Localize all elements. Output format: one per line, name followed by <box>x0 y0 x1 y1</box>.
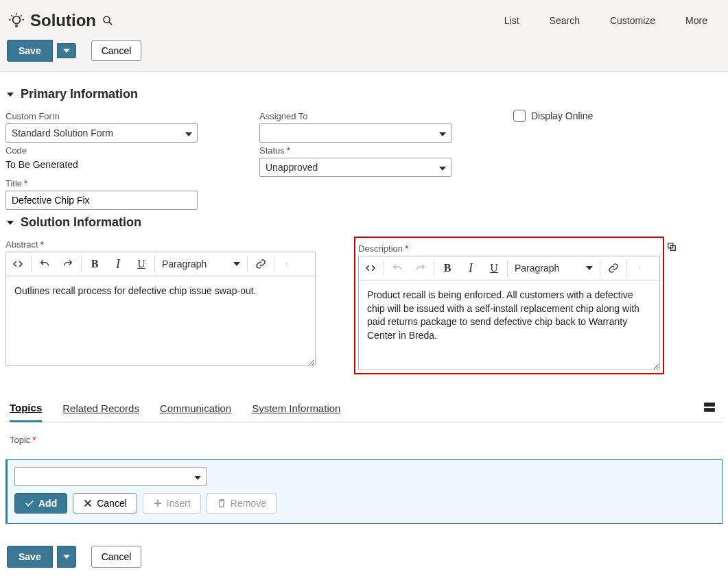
nav-customize[interactable]: Customize <box>610 15 655 26</box>
section-solution-info-header[interactable]: Solution Information <box>5 215 723 230</box>
bold-icon[interactable]: B <box>83 252 106 276</box>
underline-icon[interactable]: U <box>482 256 506 280</box>
tab-communication[interactable]: Communication <box>160 396 231 421</box>
title-input[interactable] <box>5 191 198 210</box>
nav-list[interactable]: List <box>504 15 519 26</box>
svg-point-6 <box>639 267 639 268</box>
remove-button: Remove <box>207 493 277 514</box>
top-nav: List Search Customize More <box>504 15 721 26</box>
svg-point-2 <box>286 263 287 263</box>
redo-icon <box>409 256 432 280</box>
code-value: To Be Generated <box>5 158 246 176</box>
undo-icon[interactable] <box>33 252 56 276</box>
link-icon[interactable] <box>249 252 272 276</box>
header-bar: Solution List Search Customize More Save… <box>0 0 728 72</box>
more-icon[interactable] <box>276 252 299 276</box>
content-area: Primary Information Custom Form Standard… <box>0 72 728 533</box>
close-icon <box>83 498 93 508</box>
top-button-row: Save Cancel <box>7 40 721 62</box>
solution-icon <box>7 11 26 30</box>
more-icon[interactable] <box>629 256 652 280</box>
source-icon[interactable] <box>6 252 30 276</box>
chevron-down-icon <box>5 90 15 99</box>
cancel-button[interactable]: Cancel <box>91 40 142 61</box>
topic-select[interactable] <box>14 467 207 486</box>
link-icon[interactable] <box>602 256 625 280</box>
status-label: Status* <box>259 145 500 156</box>
custom-form-label: Custom Form <box>5 111 246 121</box>
topic-subform: Add Cancel Insert Remove <box>5 459 723 524</box>
abstract-toolbar: B I U Paragraph <box>6 252 315 276</box>
abstract-editor: B I U Paragraph Outlines recall process … <box>5 252 316 366</box>
save-dropdown-caret[interactable] <box>57 43 76 58</box>
trash-icon <box>217 498 226 508</box>
description-toolbar: B I U Paragraph <box>359 256 659 280</box>
format-select[interactable]: Paragraph <box>156 252 246 276</box>
status-select[interactable]: Unapproved <box>259 158 451 177</box>
plus-icon <box>153 498 163 508</box>
bottom-button-row: Save Cancel <box>0 533 728 578</box>
cancel-button-footer[interactable]: Cancel <box>91 546 142 568</box>
custom-form-select[interactable]: Standard Solution Form <box>5 123 198 143</box>
nav-more[interactable]: More <box>685 15 707 26</box>
tab-topics[interactable]: Topics <box>10 395 42 422</box>
check-icon <box>25 498 34 508</box>
source-icon[interactable] <box>359 256 382 280</box>
save-dropdown-caret-footer[interactable] <box>57 546 76 568</box>
description-textarea[interactable]: Product recall is being enforced. All cu… <box>359 280 659 370</box>
redo-icon[interactable] <box>56 252 80 276</box>
svg-point-1 <box>104 16 110 23</box>
search-icon[interactable] <box>102 14 114 27</box>
save-button[interactable]: Save <box>7 40 53 62</box>
chevron-down-icon <box>5 218 15 228</box>
tab-system-information[interactable]: System Information <box>252 396 340 421</box>
svg-rect-9 <box>704 402 715 407</box>
svg-point-7 <box>639 268 639 269</box>
section-title-primary: Primary Information <box>21 87 138 101</box>
assigned-to-label: Assigned To <box>259 111 500 121</box>
title-row: Solution List Search Customize More <box>7 7 721 34</box>
abstract-textarea[interactable]: Outlines recall process for defective ch… <box>6 276 315 365</box>
add-button[interactable]: Add <box>14 493 67 514</box>
nav-search[interactable]: Search <box>550 15 580 26</box>
expand-icon[interactable] <box>667 242 678 374</box>
topic-label: Topic* <box>10 435 718 445</box>
code-label: Code <box>5 145 246 156</box>
italic-icon[interactable]: I <box>106 252 130 276</box>
italic-icon[interactable]: I <box>459 256 482 280</box>
svg-point-3 <box>286 263 287 264</box>
svg-point-0 <box>13 16 21 24</box>
bold-icon[interactable]: B <box>436 256 459 280</box>
insert-button: Insert <box>143 493 201 514</box>
save-button-footer[interactable]: Save <box>7 546 53 568</box>
svg-point-4 <box>286 264 287 265</box>
undo-icon <box>386 256 409 280</box>
title-label: Title* <box>5 178 246 189</box>
description-label: Description* <box>358 243 660 254</box>
svg-rect-10 <box>704 408 715 412</box>
cancel-row-button[interactable]: Cancel <box>73 493 137 514</box>
section-primary-info-header[interactable]: Primary Information <box>5 87 723 101</box>
display-online-checkbox[interactable] <box>513 110 526 122</box>
assigned-to-select[interactable] <box>259 123 451 143</box>
display-online-label: Display Online <box>531 110 593 121</box>
underline-icon[interactable]: U <box>130 252 153 276</box>
description-editor: B I U Paragraph Product recall is being … <box>358 256 660 370</box>
abstract-label: Abstract* <box>5 239 316 250</box>
rows-view-icon[interactable] <box>701 398 718 418</box>
section-title-solution: Solution Information <box>21 215 141 230</box>
svg-point-5 <box>639 267 639 267</box>
format-select[interactable]: Paragraph <box>509 256 598 280</box>
tab-related-records[interactable]: Related Records <box>62 396 139 421</box>
page-title: Solution <box>30 11 96 30</box>
tabs: Topics Related Records Communication Sys… <box>5 395 723 422</box>
